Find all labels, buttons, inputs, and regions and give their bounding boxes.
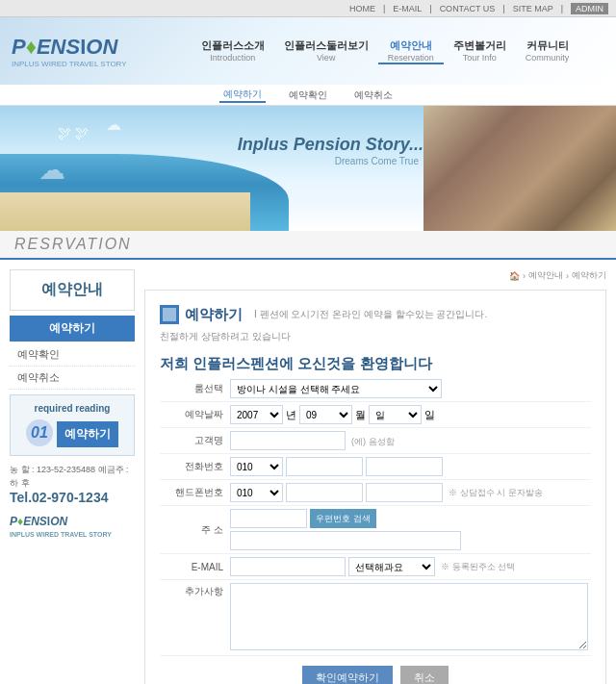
zipcode-input[interactable] xyxy=(230,509,307,528)
form-buttons: 확인예약하기 취소 xyxy=(160,666,591,684)
field-phone: 010 xyxy=(227,454,591,480)
field-date: 2007 년 09 월 일 일 xyxy=(227,402,591,428)
form-main-title: 예약하기 xyxy=(185,306,243,324)
topbar-home[interactable]: HOME xyxy=(349,4,375,13)
mobile-prefix-select[interactable]: 010 xyxy=(230,483,283,502)
label-phone: 전화번호 xyxy=(160,454,227,480)
subnav-cancel[interactable]: 예약취소 xyxy=(350,89,397,102)
page-title-bar: RESRVATION xyxy=(0,231,616,260)
form-row-address: 주 소 우편번호 검색 xyxy=(160,506,591,554)
sidebar-logo-bottom: P♦ENSION INPLUS WIRED TRAVEL STORY xyxy=(10,515,135,539)
subnav-confirm[interactable]: 예약확인 xyxy=(285,89,331,102)
breadcrumb-item2: 예약하기 xyxy=(572,269,606,282)
form-heading-area: 예약하기 I 펜션에 오시기전 온라인 예약을 할수있는 공간입니다. xyxy=(160,305,591,324)
hero-subtitle: Dreams Come True xyxy=(335,156,419,166)
sub-nav: 예약하기 예약확인 예약취소 xyxy=(0,85,616,106)
sidebar-cancel[interactable]: 예약취소 xyxy=(10,367,135,390)
field-mobile: 010 ※ 상담접수 시 문자발송 xyxy=(227,480,591,506)
nav-community[interactable]: 커뮤니티 Community xyxy=(516,38,579,64)
subnav-book[interactable]: 예약하기 xyxy=(219,88,266,103)
logo-sub: INPLUS WIRED TRAVEL STORY xyxy=(12,60,154,68)
form-row-mobile: 핸드폰번호 010 ※ 상담접수 시 문자발송 xyxy=(160,480,591,506)
field-address: 우편번호 검색 xyxy=(227,506,591,554)
sidebar-required-box: required reading 01 예약하기 xyxy=(10,394,135,456)
cancel-button[interactable]: 취소 xyxy=(400,666,449,684)
sidebar-step-label[interactable]: 예약하기 xyxy=(57,421,118,447)
sidebar-book-btn[interactable]: 예약하기 xyxy=(10,316,135,342)
email-domain-hint: ※ 등록된주소 선택 xyxy=(441,561,515,573)
address-input[interactable] xyxy=(230,531,461,550)
heading-icon xyxy=(160,305,179,324)
logo-text: P♦ENSION xyxy=(12,35,117,59)
sidebar-bank-info: 농 할 : 123-52-235488 예금주 : 하 후 xyxy=(10,464,135,490)
form-row-room: 룸선택 방이나 시설을 선택해 주세요 xyxy=(160,376,591,402)
label-name: 고객명 xyxy=(160,428,227,454)
breadcrumb: 🏠 › 예약안내 › 예약하기 xyxy=(144,269,606,282)
form-row-extra: 추가사항 xyxy=(160,580,591,656)
email-input[interactable] xyxy=(230,557,346,576)
form-welcome-sub: 친절하게 상담하려고 있습니다 xyxy=(160,330,591,343)
main-nav: 인플러스소개 Introduction 인플러스둘러보기 View 예약안내 R… xyxy=(154,38,616,64)
nav-view[interactable]: 인플러스둘러보기 View xyxy=(274,38,378,64)
form-table: 룸선택 방이나 시설을 선택해 주세요 예약날짜 2007 xyxy=(160,376,591,656)
month-select[interactable]: 09 xyxy=(299,405,352,424)
sidebar: 예약안내 예약하기 예약확인 예약취소 required reading 01 … xyxy=(10,269,135,684)
sidebar-confirm[interactable]: 예약확인 xyxy=(10,343,135,367)
day-unit: 일 xyxy=(424,408,435,422)
topbar-admin[interactable]: ADMIN xyxy=(571,3,608,14)
content-right: 🏠 › 예약안내 › 예약하기 예약하기 I 펜션에 오시기전 온라인 예약을 … xyxy=(144,269,606,684)
form-row-name: 고객명 (에) 음성함 xyxy=(160,428,591,454)
topbar-contact[interactable]: CONTACT US xyxy=(440,4,496,13)
topbar-email[interactable]: E-MAIL xyxy=(393,4,422,13)
hero-beach xyxy=(0,192,250,231)
phone-input1[interactable] xyxy=(286,457,363,476)
section-title: RESRVATION xyxy=(14,236,132,253)
form-area: 예약하기 I 펜션에 오시기전 온라인 예약을 할수있는 공간입니다. 친절하게… xyxy=(144,290,606,684)
room-select[interactable]: 방이나 시설을 선택해 주세요 xyxy=(230,379,442,398)
field-room: 방이나 시설을 선택해 주세요 xyxy=(227,376,591,402)
confirm-button[interactable]: 확인예약하기 xyxy=(302,666,393,684)
step-number: 01 xyxy=(31,424,48,442)
label-mobile: 핸드폰번호 xyxy=(160,480,227,506)
name-hint: (에) 음성함 xyxy=(351,437,395,446)
address-search-btn[interactable]: 우편번호 검색 xyxy=(310,509,376,528)
hero-section: 🕊 🕊 ☁ ☁ Inplus Pension Story... Dreams C… xyxy=(0,106,616,231)
phone-prefix-select[interactable]: 010 xyxy=(230,457,283,476)
form-welcome-title: 저희 인플러스펜션에 오신것을 환영합니다 xyxy=(160,355,591,373)
hero-photo xyxy=(424,106,616,231)
nav-reservation[interactable]: 예약안내 Reservation xyxy=(378,38,444,64)
header: P♦ENSION INPLUS WIRED TRAVEL STORY 인플러스소… xyxy=(0,17,616,85)
year-select[interactable]: 2007 xyxy=(230,405,283,424)
form-row-email: E-MAIL 선택해과요 ※ 등록된주소 선택 xyxy=(160,554,591,580)
label-date: 예약날짜 xyxy=(160,402,227,428)
breadcrumb-item1: 예약안내 xyxy=(528,269,563,282)
day-select[interactable]: 일 xyxy=(369,405,422,424)
topbar-sep: | xyxy=(383,4,385,13)
hero-title: Inplus Pension Story... xyxy=(238,135,424,155)
extra-textarea[interactable] xyxy=(230,583,588,650)
nav-tour[interactable]: 주변볼거리 Tour Info xyxy=(444,38,516,64)
sun-icon: ☁ xyxy=(38,154,65,186)
nav-intro[interactable]: 인플러스소개 Introduction xyxy=(192,38,274,64)
field-name: (에) 음성함 xyxy=(227,428,591,454)
email-domain-select[interactable]: 선택해과요 xyxy=(348,557,435,576)
label-room: 룸선택 xyxy=(160,376,227,402)
topbar-sitemap[interactable]: SITE MAP xyxy=(513,4,553,13)
topbar-sep2: | xyxy=(429,4,431,13)
mobile-input2[interactable] xyxy=(366,483,443,502)
month-unit: 월 xyxy=(355,408,366,422)
name-input[interactable] xyxy=(230,431,346,450)
label-email: E-MAIL xyxy=(160,554,227,580)
mobile-input1[interactable] xyxy=(286,483,363,502)
year-unit: 년 xyxy=(286,408,296,422)
phone-input2[interactable] xyxy=(366,457,443,476)
field-extra xyxy=(227,580,591,656)
breadcrumb-home-icon: 🏠 xyxy=(509,271,520,281)
sidebar-tel: Tel.02-970-1234 xyxy=(10,490,135,505)
mobile-hint: ※ 상담접수 시 문자발송 xyxy=(449,487,543,499)
topbar-sep3: | xyxy=(502,4,504,13)
form-main-desc: I 펜션에 오시기전 온라인 예약을 할수있는 공간입니다. xyxy=(254,308,487,321)
top-bar: HOME | E-MAIL | CONTACT US | SITE MAP | … xyxy=(0,0,616,17)
form-row-date: 예약날짜 2007 년 09 월 일 xyxy=(160,402,591,428)
sidebar-title: 예약안내 xyxy=(10,269,135,311)
